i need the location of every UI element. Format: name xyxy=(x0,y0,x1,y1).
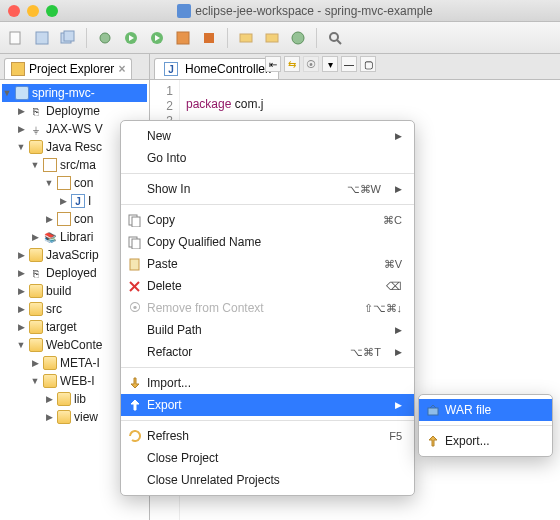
maximize-view-button[interactable]: ▢ xyxy=(360,56,376,72)
minimize-view-button[interactable]: — xyxy=(341,56,357,72)
menu-go-into[interactable]: Go Into xyxy=(121,147,414,169)
new-server-toolbar-button[interactable] xyxy=(236,28,256,48)
menu-paste[interactable]: Paste⌘V xyxy=(121,253,414,275)
folder-icon xyxy=(29,140,43,154)
focus-task-button[interactable]: ⦿ xyxy=(303,56,319,72)
package-icon xyxy=(57,176,71,190)
submenu-export[interactable]: Export... xyxy=(419,430,552,452)
view-menu-button[interactable]: ▾ xyxy=(322,56,338,72)
close-tab-icon[interactable]: × xyxy=(118,62,125,76)
menu-build-path[interactable]: Build Path▶ xyxy=(121,319,414,341)
folder-icon xyxy=(29,320,43,334)
java-file-icon: J xyxy=(71,194,85,208)
svg-rect-9 xyxy=(177,32,189,44)
run-last-toolbar-button[interactable] xyxy=(147,28,167,48)
war-file-icon xyxy=(425,403,440,418)
copy-icon xyxy=(127,213,142,228)
deploy-icon: ⎘ xyxy=(29,104,43,118)
svg-rect-3 xyxy=(64,31,74,41)
svg-marker-23 xyxy=(131,378,139,388)
new-package-toolbar-button[interactable] xyxy=(262,28,282,48)
editor-tab[interactable]: J HomeController. xyxy=(154,58,279,79)
close-window-button[interactable] xyxy=(8,5,20,17)
svg-point-14 xyxy=(330,33,338,41)
export-icon xyxy=(425,434,440,449)
folder-icon xyxy=(43,374,57,388)
menu-refactor[interactable]: Refactor⌥⌘T▶ xyxy=(121,341,414,363)
svg-marker-24 xyxy=(131,400,139,410)
submenu-arrow-icon: ▶ xyxy=(395,184,402,194)
delete-icon xyxy=(127,279,142,294)
menu-copy[interactable]: Copy⌘C xyxy=(121,209,414,231)
new-toolbar-button[interactable] xyxy=(6,28,26,48)
link-editor-button[interactable]: ⇆ xyxy=(284,56,300,72)
context-menu: New▶ Go Into Show In⌥⌘W▶ Copy⌘C Copy Qua… xyxy=(120,120,415,496)
folder-icon xyxy=(43,356,57,370)
save-all-toolbar-button[interactable] xyxy=(58,28,78,48)
svg-rect-1 xyxy=(36,32,48,44)
java-file-icon: J xyxy=(164,62,178,76)
search-toolbar-button[interactable] xyxy=(325,28,345,48)
export-icon xyxy=(127,398,142,413)
eclipse-icon xyxy=(177,4,191,18)
menu-new[interactable]: New▶ xyxy=(121,125,414,147)
paste-icon xyxy=(127,257,142,272)
submenu-arrow-icon: ▶ xyxy=(395,131,402,141)
debug-toolbar-button[interactable] xyxy=(95,28,115,48)
folder-icon xyxy=(57,410,71,424)
svg-point-4 xyxy=(100,33,110,43)
deployed-icon: ⎘ xyxy=(29,266,43,280)
jaxws-icon: ⏚ xyxy=(29,122,43,136)
folder-icon xyxy=(57,392,71,406)
window-title: eclipse-jee-workspace - spring-mvc-examp… xyxy=(195,4,432,18)
window-titlebar: eclipse-jee-workspace - spring-mvc-examp… xyxy=(0,0,560,22)
menu-copy-qualified-name[interactable]: Copy Qualified Name xyxy=(121,231,414,253)
coverage-toolbar-button[interactable] xyxy=(173,28,193,48)
menu-close-project[interactable]: Close Project xyxy=(121,447,414,469)
folder-icon xyxy=(29,284,43,298)
svg-rect-25 xyxy=(428,408,438,415)
tree-project-root[interactable]: spring-mvc- xyxy=(2,84,147,102)
main-toolbar xyxy=(0,22,560,54)
editor-tab-label: HomeController. xyxy=(185,62,272,76)
svg-line-15 xyxy=(337,40,341,44)
svg-rect-19 xyxy=(132,239,140,249)
submenu-arrow-icon: ▶ xyxy=(395,400,402,410)
zoom-window-button[interactable] xyxy=(46,5,58,17)
minimize-window-button[interactable] xyxy=(27,5,39,17)
menu-export[interactable]: Export▶ xyxy=(121,394,414,416)
project-explorer-tab[interactable]: Project Explorer × xyxy=(4,58,132,79)
import-icon xyxy=(127,376,142,391)
ext-tools-toolbar-button[interactable] xyxy=(199,28,219,48)
refresh-icon xyxy=(127,429,142,444)
traffic-lights xyxy=(8,5,58,17)
menu-close-unrelated[interactable]: Close Unrelated Projects xyxy=(121,469,414,491)
folder-icon xyxy=(29,248,43,262)
save-toolbar-button[interactable] xyxy=(32,28,52,48)
submenu-arrow-icon: ▶ xyxy=(395,325,402,335)
library-icon: 📚 xyxy=(43,230,57,244)
menu-import[interactable]: Import... xyxy=(121,372,414,394)
tree-node[interactable]: ⎘Deployme xyxy=(2,102,147,120)
export-submenu: WAR file Export... xyxy=(418,394,553,457)
package-icon xyxy=(57,212,71,226)
project-explorer-tab-label: Project Explorer xyxy=(29,62,114,76)
menu-show-in[interactable]: Show In⌥⌘W▶ xyxy=(121,178,414,200)
collapse-all-button[interactable]: ⇤ xyxy=(265,56,281,72)
folder-icon xyxy=(29,302,43,316)
svg-rect-0 xyxy=(10,32,20,44)
svg-marker-26 xyxy=(429,436,437,446)
src-folder-icon xyxy=(43,158,57,172)
submenu-war-file[interactable]: WAR file xyxy=(419,399,552,421)
folder-icon xyxy=(29,338,43,352)
menu-delete[interactable]: Delete⌫ xyxy=(121,275,414,297)
svg-rect-20 xyxy=(130,259,139,270)
copy-icon xyxy=(127,235,142,250)
remove-context-icon: ⦿ xyxy=(127,301,142,316)
svg-rect-10 xyxy=(204,33,214,43)
run-toolbar-button[interactable] xyxy=(121,28,141,48)
new-class-toolbar-button[interactable] xyxy=(288,28,308,48)
menu-remove-context: ⦿Remove from Context⇧⌥⌘↓ xyxy=(121,297,414,319)
menu-refresh[interactable]: RefreshF5 xyxy=(121,425,414,447)
svg-rect-12 xyxy=(266,34,278,42)
